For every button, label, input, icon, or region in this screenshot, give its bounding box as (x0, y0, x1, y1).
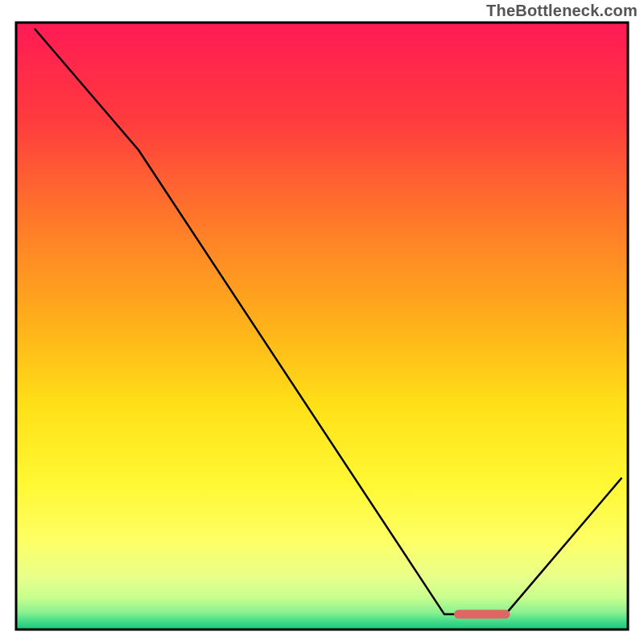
chart-container: TheBottleneck.com (0, 0, 644, 644)
bottleneck-chart (0, 0, 644, 644)
